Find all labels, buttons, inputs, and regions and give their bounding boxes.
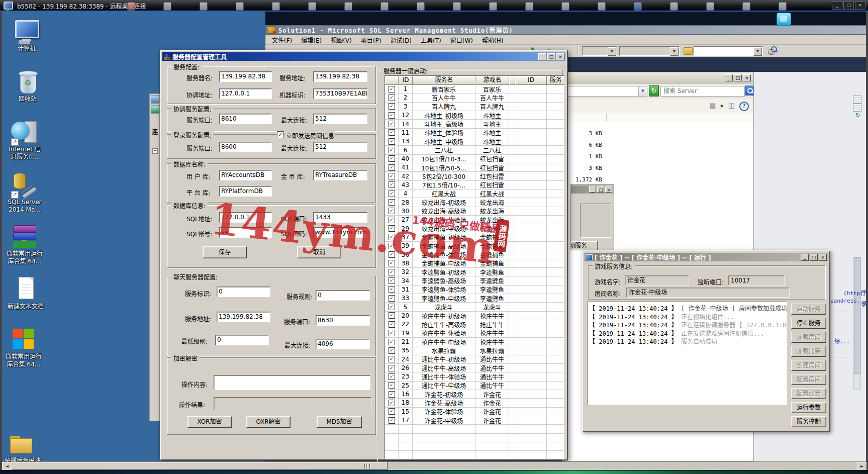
- table-cell[interactable]: ✓: [385, 312, 399, 320]
- table-row[interactable]: ✓5龙虎斗龙虎斗: [385, 303, 564, 312]
- menu-window[interactable]: 窗口(W): [450, 36, 473, 44]
- scrollbar-thumb[interactable]: [854, 257, 860, 374]
- vertical-tab-label[interactable]: 连: [152, 127, 158, 136]
- table-row[interactable]: ✓36金蟾捕鱼-体验场金蟾捕鱼: [385, 250, 564, 259]
- maximize-icon[interactable]: □: [810, 254, 818, 261]
- table-cell[interactable]: ✓: [385, 286, 399, 294]
- minimize-icon[interactable]: _: [801, 254, 809, 261]
- table-row[interactable]: ✓14斗地主_高级场斗地主: [385, 120, 564, 128]
- toolbar-combo-1[interactable]: ▼: [582, 46, 617, 56]
- table-row[interactable]: ✓437包1.5倍/10-...红包扫雷: [385, 181, 564, 189]
- table-row[interactable]: ✓19抢庄牛牛-体验场抢庄牛牛: [385, 329, 564, 338]
- column-header[interactable]: ID: [515, 76, 547, 85]
- app-icon[interactable]: [777, 13, 791, 26]
- table-row[interactable]: ✓27蛟龙出海-体验场蛟龙出海: [385, 216, 564, 224]
- table-row[interactable]: ✓15诈金花-体验场诈金花: [385, 408, 564, 416]
- launch-table[interactable]: ID服务名游戏名ID服务名 ✓1新百家乐百家乐✓2百人牛牛百人牛牛✓3百人牌九百…: [384, 75, 564, 459]
- checkbox-checked-icon[interactable]: ✓: [389, 312, 395, 319]
- login-port-input[interactable]: 8600: [219, 142, 272, 152]
- checkbox-checked-icon[interactable]: ✓: [389, 103, 395, 110]
- table-cell[interactable]: ✓: [385, 303, 399, 312]
- table-cell[interactable]: ✓: [385, 129, 399, 137]
- table-row[interactable]: ✓22抢庄牛牛-高级场抢庄牛牛: [385, 320, 564, 329]
- menu-view[interactable]: 视图(V): [331, 36, 352, 44]
- checkbox-checked-icon[interactable]: ✓: [389, 225, 395, 232]
- coord-address-input[interactable]: 127.0.0.1: [219, 88, 272, 99]
- chat-address-input[interactable]: 139.199.82.38: [217, 312, 270, 322]
- chat-maxconn-input[interactable]: 4096: [316, 339, 370, 349]
- table-row[interactable]: ✓34李逵劈鱼-高级场李逵劈鱼: [385, 276, 564, 285]
- checkbox-checked-icon[interactable]: ✓: [389, 94, 395, 101]
- table-cell[interactable]: ✓: [385, 408, 399, 416]
- table-cell[interactable]: ✓: [385, 93, 399, 102]
- table-cell[interactable]: ✓: [385, 399, 399, 407]
- desktop-icon-rar[interactable]: 微软常用运行 库合集 64...: [2, 224, 47, 265]
- coord-maxconn-input[interactable]: 512: [313, 114, 367, 124]
- database-search-icon[interactable]: [768, 46, 778, 55]
- table-row[interactable]: ✓4红黑大战红黑大战: [385, 189, 564, 198]
- column-header[interactable]: [509, 76, 515, 85]
- table-cell[interactable]: ✓: [385, 181, 399, 189]
- dialog-titlebar[interactable]: 服务器配置管理工具 _ □ ×: [162, 52, 565, 61]
- chevron-down-icon[interactable]: ▼: [670, 47, 679, 56]
- checkbox-checked-icon[interactable]: ✓: [389, 234, 395, 240]
- close-icon[interactable]: ×: [605, 186, 612, 193]
- table-cell[interactable]: ✓: [385, 338, 399, 346]
- table-cell[interactable]: ✓: [385, 416, 399, 425]
- desktop-icon-mslogo[interactable]: 微软常用运行 库合集 64...: [1, 327, 46, 368]
- folder-icon[interactable]: [684, 47, 693, 55]
- checkbox-checked-icon[interactable]: ✓: [389, 260, 395, 266]
- treasure-db-input[interactable]: RYTreasureDB: [313, 170, 367, 180]
- table-row[interactable]: ✓13斗地主_中级场斗地主: [385, 137, 564, 146]
- minimize-icon[interactable]: _: [538, 53, 546, 60]
- table-row[interactable]: ✓20抢庄牛牛-初级场抢庄牛牛: [385, 312, 564, 320]
- checkbox-checked-icon[interactable]: ✓: [389, 339, 395, 345]
- column-header[interactable]: 服务名: [413, 76, 475, 85]
- table-row[interactable]: ✓11斗地主_体验场斗地主: [385, 129, 564, 137]
- table-cell[interactable]: ✓: [385, 329, 399, 338]
- table-row[interactable]: ✓38金蟾捕鱼-中级场金蟾捕鱼: [385, 259, 564, 268]
- table-row[interactable]: ✓425包2倍/10-300红包扫雷: [385, 172, 564, 180]
- checkbox-checked-icon[interactable]: ✓: [389, 356, 395, 362]
- chevron-down-icon[interactable]: ▼: [720, 104, 723, 109]
- room-name-input[interactable]: 诈金花-中级场: [626, 288, 790, 298]
- checkbox-checked-icon[interactable]: ✓: [389, 243, 395, 249]
- column-header[interactable]: 游戏名: [475, 76, 509, 85]
- table-cell[interactable]: ✓: [385, 111, 399, 120]
- table-cell[interactable]: ✓: [385, 320, 399, 329]
- checkbox-checked-icon[interactable]: ✓: [389, 321, 395, 328]
- checkbox-checked-icon[interactable]: ✓: [389, 304, 395, 310]
- game-button-9[interactable]: 服务控制: [791, 416, 826, 427]
- table-row[interactable]: ✓37金蟾捕鱼-初级场金蟾捕鱼: [385, 233, 564, 242]
- desktop-icon-computer[interactable]: 计算机: [4, 19, 49, 53]
- table-row[interactable]: ✓4010包1倍/10-3...红包扫雷: [385, 155, 564, 163]
- checkbox-checked-icon[interactable]: ✓: [389, 408, 395, 415]
- ssms-titlebar[interactable]: Solution1 - Microsoft SQL Server Managem…: [265, 25, 868, 35]
- chevron-down-icon[interactable]: ▼: [753, 47, 762, 56]
- checkbox-checked-icon[interactable]: ✓: [389, 173, 395, 179]
- table-row[interactable]: ✓29蛟龙出海-中级场蛟龙出海: [385, 224, 564, 233]
- table-cell[interactable]: ✓: [385, 382, 399, 390]
- sql-address-input[interactable]: 127.0.0.1: [219, 212, 272, 223]
- checkbox-checked-icon[interactable]: ✓: [389, 138, 395, 145]
- checkbox-checked-icon[interactable]: ✓: [389, 112, 395, 119]
- table-cell[interactable]: ✓: [385, 346, 399, 355]
- toolbar-combo-2[interactable]: ▼: [619, 46, 680, 56]
- grid-icon[interactable]: [853, 104, 861, 112]
- menu-project[interactable]: 项目(P): [361, 36, 381, 44]
- table-row[interactable]: ✓35水果拉霸水果拉霸: [385, 346, 564, 355]
- sql-account-input[interactable]: sa: [219, 227, 272, 238]
- table-row[interactable]: ✓23通比牛牛-体验场通比牛牛: [385, 372, 564, 381]
- menu-tools[interactable]: 工具(T): [421, 36, 441, 44]
- table-row[interactable]: ✓30蛟龙出海-高级场蛟龙出海: [385, 207, 564, 216]
- list-column-header[interactable]: [565, 113, 753, 123]
- min-level-input[interactable]: 0: [215, 335, 269, 345]
- checkbox-checked-icon[interactable]: ✓: [389, 217, 395, 223]
- panel-icon[interactable]: [151, 105, 159, 114]
- close-icon[interactable]: ×: [743, 74, 751, 81]
- checkbox-checked-icon[interactable]: ✓: [389, 164, 395, 171]
- table-row[interactable]: ✓28蛟龙出海-初级场蛟龙出海: [385, 198, 564, 207]
- column-header[interactable]: 服务名: [547, 76, 564, 85]
- table-row[interactable]: ✓21抢庄牛牛-中级场抢庄牛牛: [385, 338, 564, 346]
- search-input[interactable]: 搜索 Server: [660, 86, 745, 97]
